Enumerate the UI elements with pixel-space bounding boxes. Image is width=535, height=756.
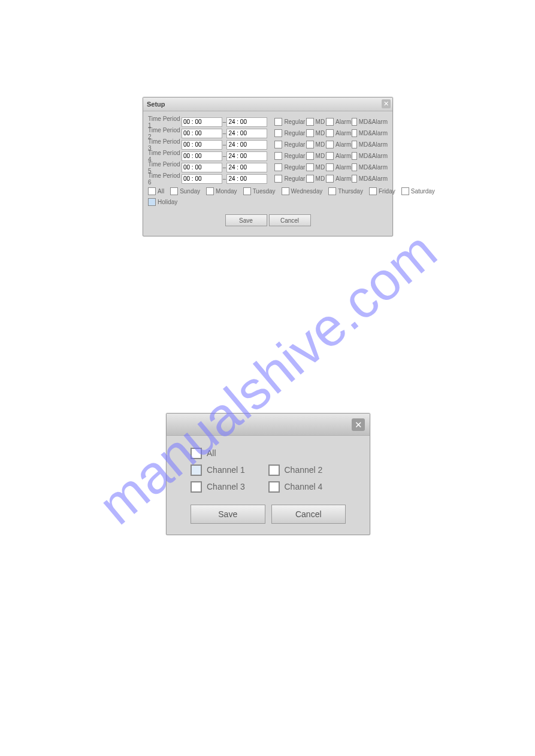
md-checkbox[interactable] (306, 152, 314, 160)
all-label: All (158, 188, 164, 195)
regular-checkbox[interactable] (274, 152, 282, 160)
cancel-button[interactable]: Cancel (269, 214, 311, 226)
channel-label: Channel 2 (285, 465, 323, 475)
holiday-checkbox[interactable] (148, 198, 156, 206)
setup-titlebar: Setup ✕ (143, 98, 392, 111)
time-period-row: Time Period 1 – Regular MD Alarm MD&Alar… (148, 116, 388, 127)
thursday-checkbox[interactable] (328, 187, 336, 195)
alarm-checkbox[interactable] (326, 129, 334, 137)
regular-label: Regular (284, 119, 305, 125)
dash: – (222, 119, 226, 125)
time-period-row: Time Period 2 – Regular MD Alarm MD&Alar… (148, 127, 388, 139)
mdalarm-checkbox[interactable] (352, 163, 357, 171)
channel-label: Channel 4 (285, 482, 323, 491)
close-icon[interactable]: ✕ (382, 99, 391, 108)
setup-dialog: Setup ✕ Time Period 1 – Regular MD Alarm… (143, 97, 393, 236)
tuesday-checkbox[interactable] (243, 187, 251, 195)
regular-checkbox[interactable] (274, 175, 282, 183)
md-label: MD (316, 119, 325, 125)
time-end-input[interactable] (226, 151, 267, 161)
mdalarm-checkbox[interactable] (352, 141, 357, 148)
close-icon[interactable]: ✕ (352, 418, 365, 431)
setup-title: Setup (147, 101, 165, 108)
time-period-label: Time Period 6 (148, 172, 182, 186)
dash: – (222, 141, 226, 148)
mdalarm-checkbox[interactable] (352, 175, 357, 183)
save-button[interactable]: Save (225, 214, 267, 226)
alarm-checkbox[interactable] (326, 175, 334, 183)
time-period-row: Time Period 3 – Regular MD Alarm MD&Alar… (148, 139, 388, 150)
time-period-row: Time Period 5 – Regular MD Alarm MD&Alar… (148, 162, 388, 173)
all-checkbox[interactable] (191, 448, 202, 459)
md-checkbox[interactable] (306, 175, 314, 183)
channel-dialog: ✕ All Channel 1 Channel 2 Channel 3 Chan… (166, 413, 370, 535)
md-checkbox[interactable] (306, 163, 314, 171)
time-end-input[interactable] (226, 117, 267, 127)
time-start-input[interactable] (182, 117, 222, 127)
alarm-checkbox[interactable] (326, 118, 334, 126)
alarm-checkbox[interactable] (326, 141, 334, 148)
all-checkbox[interactable] (148, 187, 156, 195)
dash: – (222, 164, 226, 171)
monday-checkbox[interactable] (206, 187, 214, 195)
alarm-label: Alarm (335, 119, 351, 125)
channel1-checkbox[interactable] (191, 464, 202, 476)
mdalarm-checkbox[interactable] (352, 152, 357, 160)
save-button[interactable]: Save (191, 505, 265, 524)
wednesday-checkbox[interactable] (282, 187, 289, 195)
time-end-input[interactable] (226, 129, 267, 138)
channel-titlebar: ✕ (167, 414, 370, 436)
md-checkbox[interactable] (306, 118, 314, 126)
alarm-checkbox[interactable] (326, 152, 334, 160)
time-end-input[interactable] (226, 174, 267, 184)
regular-checkbox[interactable] (274, 118, 282, 126)
time-start-input[interactable] (182, 174, 222, 184)
saturday-checkbox[interactable] (401, 187, 409, 195)
regular-checkbox[interactable] (274, 129, 282, 137)
md-checkbox[interactable] (306, 129, 314, 137)
regular-checkbox[interactable] (274, 141, 282, 148)
time-period-row: Time Period 4 – Regular MD Alarm MD&Alar… (148, 150, 388, 162)
alarm-checkbox[interactable] (326, 163, 334, 171)
dash: – (222, 153, 226, 159)
channel3-checkbox[interactable] (191, 481, 202, 493)
time-start-input[interactable] (182, 151, 222, 161)
time-start-input[interactable] (182, 163, 222, 172)
time-end-input[interactable] (226, 140, 267, 150)
cancel-button[interactable]: Cancel (271, 505, 346, 524)
dash: – (222, 175, 226, 182)
all-label: All (207, 448, 216, 458)
time-start-input[interactable] (182, 129, 222, 138)
mdalarm-checkbox[interactable] (352, 118, 357, 126)
regular-checkbox[interactable] (274, 163, 282, 171)
md-checkbox[interactable] (306, 141, 314, 148)
mdalarm-checkbox[interactable] (352, 129, 357, 137)
mdalarm-label: MD&Alarm (359, 119, 388, 125)
time-period-row: Time Period 6 – Regular MD Alarm MD&Alar… (148, 173, 388, 184)
channel-label: Channel 3 (207, 482, 245, 491)
holiday-label: Holiday (158, 199, 177, 205)
friday-checkbox[interactable] (369, 187, 377, 195)
channel-label: Channel 1 (207, 465, 245, 475)
days-row: All Sunday Monday Tuesday Wednesday Thur… (148, 186, 388, 196)
time-start-input[interactable] (182, 140, 222, 150)
channel4-checkbox[interactable] (268, 481, 280, 493)
time-end-input[interactable] (226, 163, 267, 172)
holiday-row: Holiday (148, 196, 388, 207)
dash: – (222, 130, 226, 136)
sunday-checkbox[interactable] (170, 187, 178, 195)
channel2-checkbox[interactable] (268, 464, 280, 476)
